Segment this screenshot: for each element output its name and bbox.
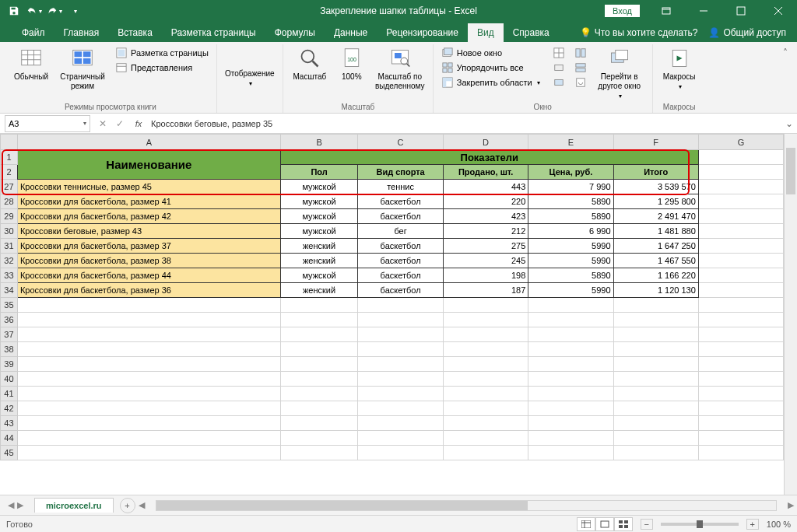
cell-D32[interactable]: 245 xyxy=(443,254,528,268)
col-header-D[interactable]: D xyxy=(443,135,528,150)
tab-справка[interactable]: Справка xyxy=(504,23,559,42)
cell-E45[interactable] xyxy=(528,446,613,460)
hide-button[interactable] xyxy=(549,61,568,75)
cell-F27[interactable]: 3 539 570 xyxy=(613,180,698,194)
cell-B34[interactable]: женский xyxy=(280,283,358,298)
zoom-level[interactable]: 100 % xyxy=(767,520,791,529)
cell-G33[interactable] xyxy=(698,268,783,283)
row-header-36[interactable]: 36 xyxy=(1,313,18,327)
row-header-42[interactable]: 42 xyxy=(1,401,18,416)
row-header-32[interactable]: 32 xyxy=(1,254,18,268)
cell-C27[interactable]: теннис xyxy=(358,180,444,194)
cell-B36[interactable] xyxy=(280,313,358,327)
tab-next-icon[interactable]: ▶ xyxy=(17,500,23,510)
header-price[interactable]: Цена, руб. xyxy=(528,165,613,180)
maximize-icon[interactable] xyxy=(724,0,758,22)
cell-G29[interactable] xyxy=(698,209,783,224)
zoom-slider[interactable] xyxy=(661,523,739,526)
cell-C34[interactable]: баскетбол xyxy=(358,283,444,298)
cell-G41[interactable] xyxy=(698,387,783,401)
cell-A27[interactable]: Кроссовки теннисные, размер 45 xyxy=(17,180,280,194)
header-metrics[interactable]: Показатели xyxy=(280,150,698,165)
cell-D43[interactable] xyxy=(443,416,528,431)
cell-E35[interactable] xyxy=(528,298,613,313)
cell-E29[interactable]: 5890 xyxy=(528,209,613,224)
cell-C32[interactable]: баскетбол xyxy=(358,254,444,268)
reset-pos-button[interactable] xyxy=(571,75,590,89)
cell-C37[interactable] xyxy=(358,327,444,342)
cancel-icon[interactable]: ✕ xyxy=(95,116,111,131)
cell-A35[interactable] xyxy=(17,298,280,313)
cell-F31[interactable]: 1 647 250 xyxy=(613,239,698,254)
switch-windows-button[interactable]: Перейти в другое окно▾ xyxy=(592,44,648,102)
cell-G35[interactable] xyxy=(698,298,783,313)
cell-C35[interactable] xyxy=(358,298,444,313)
cell-E36[interactable] xyxy=(528,313,613,327)
cell-D39[interactable] xyxy=(443,357,528,372)
cell-C39[interactable] xyxy=(358,357,444,372)
cell-C28[interactable]: баскетбол xyxy=(358,194,444,209)
row-header-37[interactable]: 37 xyxy=(1,327,18,342)
cell-F41[interactable] xyxy=(613,387,698,401)
col-header-G[interactable]: G xyxy=(698,135,783,150)
col-header-A[interactable]: A xyxy=(17,135,280,150)
cell-C42[interactable] xyxy=(358,401,444,416)
cell-E41[interactable] xyxy=(528,387,613,401)
row-header-45[interactable]: 45 xyxy=(1,446,18,460)
cell-F37[interactable] xyxy=(613,327,698,342)
col-header-C[interactable]: C xyxy=(358,135,444,150)
cell-A33[interactable]: Кроссовки для баскетбола, размер 44 xyxy=(17,268,280,283)
cell-D28[interactable]: 220 xyxy=(443,194,528,209)
cell-C41[interactable] xyxy=(358,387,444,401)
cell-G43[interactable] xyxy=(698,416,783,431)
page-layout-button[interactable]: Разметка страницы xyxy=(112,46,212,60)
sheet-tab[interactable]: microexcel.ru xyxy=(34,498,114,513)
qat-customize-icon[interactable]: ▾ xyxy=(65,2,84,20)
zoom-in-button[interactable]: + xyxy=(746,519,759,530)
cell-F45[interactable] xyxy=(613,446,698,460)
share-button[interactable]: 👤Общий доступ xyxy=(708,27,786,38)
row-header-30[interactable]: 30 xyxy=(1,224,18,239)
cell-F30[interactable]: 1 481 880 xyxy=(613,224,698,239)
unhide-button[interactable] xyxy=(549,75,568,89)
cell-E31[interactable]: 5990 xyxy=(528,239,613,254)
cell-A32[interactable]: Кроссовки для баскетбола, размер 38 xyxy=(17,254,280,268)
zoom-thumb[interactable] xyxy=(697,520,703,528)
row-header-33[interactable]: 33 xyxy=(1,268,18,283)
cell-A30[interactable]: Кроссовки беговые, размер 43 xyxy=(17,224,280,239)
row-header-44[interactable]: 44 xyxy=(1,431,18,446)
cell-C36[interactable] xyxy=(358,313,444,327)
row-header-38[interactable]: 38 xyxy=(1,342,18,357)
tab-разметка страницы[interactable]: Разметка страницы xyxy=(162,23,265,42)
cell-B33[interactable]: мужской xyxy=(280,268,358,283)
cell-B43[interactable] xyxy=(280,416,358,431)
cell-F43[interactable] xyxy=(613,416,698,431)
cell-B38[interactable] xyxy=(280,342,358,357)
cell-A42[interactable] xyxy=(17,401,280,416)
cell-E43[interactable] xyxy=(528,416,613,431)
cell-A34[interactable]: Кроссовки для баскетбола, размер 36 xyxy=(17,283,280,298)
normal-view-button[interactable]: Обычный xyxy=(9,44,53,83)
header-sold[interactable]: Продано, шт. xyxy=(443,165,528,180)
header-sport[interactable]: Вид спорта xyxy=(358,165,444,180)
arrange-all-button[interactable]: Упорядочить все xyxy=(438,61,543,75)
tab-формулы[interactable]: Формулы xyxy=(265,23,325,42)
cell-A37[interactable] xyxy=(17,327,280,342)
split-button[interactable] xyxy=(549,46,568,60)
cell-D33[interactable]: 198 xyxy=(443,268,528,283)
cell-D27[interactable]: 443 xyxy=(443,180,528,194)
scroll-left-icon[interactable]: ◀ xyxy=(139,500,145,510)
view-layout-icon[interactable] xyxy=(595,517,614,531)
tab-главная[interactable]: Главная xyxy=(54,23,109,42)
cell-F33[interactable]: 1 166 220 xyxy=(613,268,698,283)
zoom-out-button[interactable]: − xyxy=(641,519,653,530)
cell-A36[interactable] xyxy=(17,313,280,327)
custom-views-button[interactable]: Представления xyxy=(112,61,212,75)
cell-A38[interactable] xyxy=(17,342,280,357)
cell-G38[interactable] xyxy=(698,342,783,357)
cell-F29[interactable]: 2 491 470 xyxy=(613,209,698,224)
cell-D42[interactable] xyxy=(443,401,528,416)
row-header-41[interactable]: 41 xyxy=(1,387,18,401)
cell-C33[interactable]: баскетбол xyxy=(358,268,444,283)
tab-файл[interactable]: Файл xyxy=(12,23,54,42)
